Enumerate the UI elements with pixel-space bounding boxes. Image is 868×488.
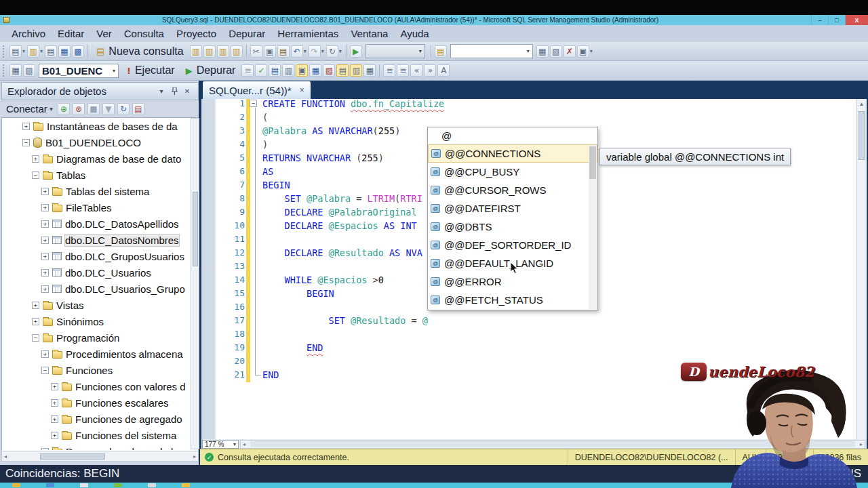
- collapse-icon[interactable]: −: [32, 334, 39, 342]
- collapse-region-icon[interactable]: −: [250, 100, 257, 107]
- tree-item[interactable]: +Funciones de agregado: [2, 411, 189, 427]
- scroll-right-icon[interactable]: ▸: [193, 453, 196, 460]
- tree-item[interactable]: +FileTables: [2, 199, 189, 216]
- intellisense-item[interactable]: @@@DBTS: [428, 218, 597, 236]
- tree-vscroll-thumb[interactable]: [193, 192, 198, 266]
- expand-icon[interactable]: +: [41, 448, 49, 451]
- intellisense-item[interactable]: @@@FETCH_STATUS: [428, 291, 597, 309]
- intellisense-item[interactable]: @@@CPU_BUSY: [428, 163, 597, 181]
- expand-icon[interactable]: +: [41, 285, 49, 293]
- filter-icon[interactable]: ▼: [102, 103, 115, 115]
- cancel-query-icon[interactable]: ≡: [241, 64, 254, 77]
- tree-horizontal-scrollbar[interactable]: ◂ ▸: [1, 451, 199, 462]
- collapse-icon[interactable]: −: [32, 171, 39, 179]
- expand-icon[interactable]: +: [51, 383, 58, 390]
- tree-item[interactable]: −Tablas: [2, 167, 189, 183]
- expand-icon[interactable]: +: [51, 415, 58, 423]
- expand-icon[interactable]: +: [22, 123, 30, 130]
- tree-vertical-scrollbar[interactable]: [191, 118, 199, 449]
- parse-query-icon[interactable]: ▧: [23, 64, 35, 77]
- save-all-icon[interactable]: ▩: [72, 45, 84, 58]
- document-tab[interactable]: SQLQuer...r (54))* ×: [203, 81, 311, 99]
- increase-indent-icon[interactable]: »: [424, 64, 436, 77]
- intellisense-scroll-thumb[interactable]: [589, 146, 596, 179]
- new-xmla-query-icon[interactable]: ▥: [231, 45, 243, 58]
- disconnect-object-icon[interactable]: ⊗: [73, 103, 85, 115]
- toolbar-combo-empty-1-dropdown-icon[interactable]: ▾: [419, 48, 422, 54]
- expand-icon[interactable]: +: [32, 155, 39, 163]
- taskbar-icon[interactable]: [12, 483, 20, 487]
- menu-item-herramientas[interactable]: Herramientas: [271, 26, 344, 41]
- menu-item-ayuda[interactable]: Ayuda: [394, 26, 435, 41]
- paste-icon[interactable]: ▤: [277, 45, 290, 58]
- redo-icon-dropdown[interactable]: ▾: [321, 48, 324, 54]
- include-actual-plan-icon[interactable]: ▤: [336, 64, 349, 77]
- tree-item[interactable]: +Vistas: [2, 297, 189, 313]
- refresh-icon[interactable]: ↻: [117, 103, 130, 115]
- execute-button[interactable]: !Ejecutar: [121, 64, 180, 77]
- open-file-icon-dropdown[interactable]: ▾: [40, 48, 43, 54]
- toolbar-combo-empty-2[interactable]: ▾: [450, 44, 533, 58]
- toolbar-options-icon[interactable]: ▣: [577, 45, 589, 58]
- results-to-grid-icon[interactable]: ▥: [282, 64, 294, 77]
- collapse-icon[interactable]: −: [41, 367, 49, 374]
- expand-icon[interactable]: +: [41, 204, 49, 211]
- save-icon[interactable]: ▦: [58, 45, 71, 58]
- toolbar-combo-empty-2-dropdown-icon[interactable]: ▾: [527, 48, 530, 54]
- expand-icon[interactable]: +: [51, 399, 58, 407]
- expand-icon[interactable]: +: [32, 302, 39, 309]
- panel-options-icon[interactable]: ▾: [156, 86, 167, 97]
- collapse-icon[interactable]: −: [22, 139, 30, 146]
- expand-icon[interactable]: +: [41, 253, 49, 260]
- activity-monitor-icon[interactable]: ▶: [350, 45, 362, 58]
- undo-icon-dropdown[interactable]: ▾: [304, 48, 307, 54]
- tree-item[interactable]: +Funciones del sistema: [2, 427, 189, 443]
- intellisense-item[interactable]: @@@DEF_SORTORDER_ID: [428, 236, 597, 254]
- tree-item[interactable]: +dbo.DLC_Usuarios_Grupo: [2, 281, 189, 297]
- estimated-plan-icon[interactable]: ▦: [309, 64, 321, 77]
- connect-dropdown-icon[interactable]: ▾: [50, 105, 53, 113]
- expand-icon[interactable]: +: [32, 318, 39, 325]
- properties-icon[interactable]: ▤: [435, 45, 447, 58]
- intellisense-item[interactable]: @@@ERROR: [428, 272, 597, 291]
- close-button[interactable]: X: [845, 15, 868, 25]
- navigate-icon-dropdown[interactable]: ▾: [339, 48, 342, 54]
- minimize-button[interactable]: –: [811, 15, 828, 25]
- expand-icon[interactable]: +: [41, 269, 49, 277]
- toolbar-options-icon-dropdown[interactable]: ▾: [590, 48, 593, 54]
- menu-item-consulta[interactable]: Consulta: [118, 26, 170, 41]
- panel-close-icon[interactable]: ✕: [182, 86, 193, 97]
- menu-item-ver[interactable]: Ver: [90, 26, 118, 41]
- intellisense-item[interactable]: @@@CURSOR_ROWS: [428, 181, 597, 199]
- tree-item[interactable]: +Sinónimos: [2, 313, 189, 329]
- tree-item[interactable]: −Funciones: [2, 362, 189, 378]
- tab-close-icon[interactable]: ×: [300, 85, 304, 95]
- new-query-button[interactable]: ▤Nueva consulta: [91, 45, 189, 58]
- query-options-icon[interactable]: ▧: [323, 64, 335, 77]
- tree-item[interactable]: +dbo.DLC_GruposUsuarios: [2, 248, 189, 264]
- tree-item[interactable]: +Diagramas de base de dato: [2, 150, 189, 167]
- tree-item[interactable]: +Instantáneas de bases de da: [2, 118, 189, 134]
- taskbar-icon[interactable]: [182, 483, 190, 487]
- new-mdx-query-icon[interactable]: ▥: [217, 45, 229, 58]
- document-tab-label[interactable]: SQLQuer...r (54))*: [209, 85, 292, 96]
- connect-object-icon[interactable]: ⊕: [58, 103, 70, 115]
- tree-item[interactable]: +dbo.DLC_DatosApellidos: [2, 216, 189, 232]
- taskbar-icon[interactable]: [80, 483, 88, 487]
- change-connection-icon-dropdown[interactable]: ▾: [22, 48, 25, 54]
- open-file-icon[interactable]: ▥: [27, 45, 39, 58]
- menu-item-archivo[interactable]: Archivo: [5, 26, 52, 41]
- taskbar-icon[interactable]: [114, 483, 122, 487]
- expand-icon[interactable]: +: [41, 350, 49, 358]
- new-project-icon[interactable]: ▤: [45, 45, 57, 58]
- tree-item[interactable]: +Funciones escalares: [2, 394, 189, 411]
- decrease-indent-icon[interactable]: «: [410, 64, 422, 77]
- connect-button[interactable]: Conectar: [6, 103, 47, 115]
- stop-process-icon[interactable]: ■: [87, 103, 100, 115]
- uncomment-selection-icon[interactable]: ≡: [397, 64, 409, 77]
- tree-item[interactable]: +Procedimientos almacena: [2, 346, 189, 362]
- close-window-icon[interactable]: ✗: [564, 45, 576, 58]
- zoom-level-combo[interactable]: 177 % ▾: [202, 440, 239, 449]
- new-database-engine-query-icon[interactable]: ▥: [190, 45, 202, 58]
- results-to-text-icon[interactable]: ▤: [269, 64, 281, 77]
